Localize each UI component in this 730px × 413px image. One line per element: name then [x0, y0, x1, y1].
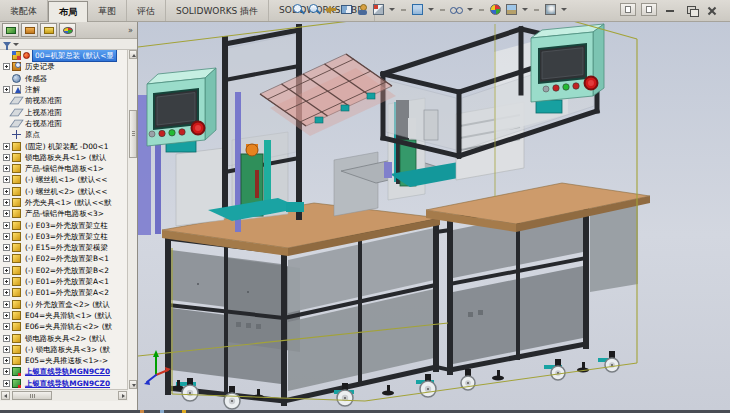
tree-item[interactable]: E04=夹具滑轨<1> (默认 [0, 310, 128, 321]
display-style-dropdown-arrow[interactable] [389, 8, 395, 11]
expand-box-icon[interactable] [3, 244, 10, 251]
displaymanager-tab[interactable] [59, 23, 76, 37]
expand-box-icon[interactable] [3, 86, 10, 93]
tree-item[interactable]: E05=夹具推送板<1>-> [0, 355, 128, 366]
expand-box-icon[interactable] [3, 278, 10, 285]
expand-box-icon[interactable] [3, 233, 10, 240]
prev-doc-button[interactable] [620, 3, 636, 16]
tree-item[interactable]: 锁电路板夹具<1> (默认 [0, 152, 128, 163]
panel-tab-overflow[interactable]: » [128, 23, 135, 37]
filter-dropdown-icon[interactable] [13, 43, 19, 46]
annotation-views-icon[interactable] [356, 3, 369, 16]
tree-item[interactable]: 历史记录 [0, 61, 128, 72]
tree-item[interactable]: 传感器 [0, 73, 128, 84]
next-doc-button[interactable] [641, 3, 657, 16]
scroll-up-arrow[interactable] [129, 50, 137, 59]
expand-box-icon[interactable] [3, 357, 10, 364]
view-orientation-dropdown-arrow[interactable] [428, 8, 434, 11]
tree-item[interactable]: 上银直线导轨MGN9CZ0 [0, 366, 128, 377]
tree-item[interactable]: (-) E02=外壳放置架B<2 [0, 265, 128, 276]
section-view-icon[interactable] [340, 3, 353, 16]
command-tab-sketch[interactable]: 草图 [88, 0, 127, 21]
tree-item[interactable]: 产品-镶铝件电路板<3> [0, 208, 128, 219]
tree-item[interactable]: 外壳夹具<1> (默认<<默 [0, 197, 128, 208]
tree-item[interactable]: (-) 螺丝机<2> (默认<< [0, 186, 128, 197]
scroll-left-arrow[interactable] [1, 391, 10, 400]
left-control-panel[interactable] [147, 68, 216, 152]
previous-view-icon[interactable] [324, 3, 337, 16]
expand-box-icon[interactable] [3, 323, 10, 330]
expand-box-icon[interactable] [3, 176, 10, 183]
tree-item[interactable]: (-) E01=外壳放置架A<2 [0, 287, 128, 298]
apply-scene-icon[interactable] [505, 3, 518, 16]
close-button[interactable] [704, 3, 720, 16]
expand-box-icon[interactable] [3, 255, 10, 262]
view-settings-icon[interactable] [544, 3, 557, 16]
apply-scene-dropdown-arrow[interactable] [522, 8, 528, 11]
expand-box-icon[interactable] [3, 210, 10, 217]
tree-item[interactable]: (-) 螺丝机<1> (默认<< [0, 174, 128, 185]
vertical-scroll-thumb[interactable] [129, 110, 137, 158]
tree-item[interactable]: (固定) 机架装配 -D00<1 [0, 140, 128, 151]
expand-box-icon[interactable] [3, 143, 10, 150]
expand-box-icon[interactable] [3, 222, 10, 229]
command-tab-layout[interactable]: 布局 [48, 1, 88, 22]
tree-item[interactable]: 产品-镶铝件电路板<1> [0, 163, 128, 174]
tree-item[interactable]: 上银直线导轨MGN9CZ0 [0, 378, 128, 389]
expand-box-icon[interactable] [3, 165, 10, 172]
expand-box-icon[interactable] [3, 289, 10, 296]
expand-box-icon[interactable] [3, 368, 10, 375]
zoom-to-fit-icon[interactable] [292, 3, 305, 16]
horizontal-scroll-thumb[interactable] [12, 391, 52, 400]
featuremanager-tab[interactable] [2, 23, 19, 37]
command-tab-evaluate[interactable]: 评估 [127, 0, 166, 21]
tree-item[interactable]: 右视基准面 [0, 118, 128, 129]
tree-filter-row[interactable] [0, 39, 137, 50]
tree-item[interactable]: E06=夹具滑轨右<2> (默 [0, 321, 128, 332]
propertymanager-tab[interactable] [21, 23, 38, 37]
tree-item[interactable]: (-) E03=外壳放置架立柱 [0, 231, 128, 242]
tree-horizontal-scrollbar[interactable] [0, 389, 128, 401]
hide-show-items-dropdown-arrow[interactable] [467, 8, 473, 11]
expand-box-icon[interactable] [3, 154, 10, 161]
scroll-right-arrow[interactable] [118, 391, 127, 400]
tree-item[interactable]: (-) 锁电路板夹具<3> (默 [0, 344, 128, 355]
scroll-down-arrow[interactable] [129, 380, 137, 389]
zoom-to-area-icon[interactable] [308, 3, 321, 16]
tree-item[interactable]: 注解 [0, 84, 128, 95]
display-style-icon[interactable] [372, 3, 385, 16]
tree-item-label: (-) E02=外壳放置架B<1 [23, 253, 111, 264]
hide-show-items-icon[interactable] [450, 3, 463, 16]
tree-item[interactable]: 00=机架总装 (默认<显 [0, 50, 128, 61]
expand-box-icon[interactable] [3, 346, 10, 353]
tree-item[interactable]: 前视基准面 [0, 95, 128, 106]
expand-box-icon[interactable] [3, 188, 10, 195]
configmanager-tab[interactable] [40, 23, 57, 37]
graphics-area[interactable] [138, 22, 730, 410]
assembly-3d-view[interactable] [138, 22, 730, 410]
tree-item[interactable]: (-) E15=外壳放置架横梁 [0, 242, 128, 253]
expand-box-icon[interactable] [3, 312, 10, 319]
expand-box-icon[interactable] [3, 267, 10, 274]
expand-box-icon[interactable] [3, 335, 10, 342]
restore-button[interactable] [683, 3, 699, 16]
tree-item[interactable]: (-) E03=外壳放置架立柱 [0, 219, 128, 230]
edit-appearance-icon[interactable] [489, 3, 502, 16]
view-orientation-icon[interactable] [411, 3, 424, 16]
expand-box-icon[interactable] [3, 199, 10, 206]
tree-item-label: (-) 锁电路板夹具<3> (默 [23, 344, 112, 355]
view-settings-dropdown-arrow[interactable] [561, 8, 567, 11]
command-tab-sw-addins[interactable]: SOLIDWORKS 插件 [166, 0, 269, 21]
minimize-button[interactable] [662, 3, 678, 16]
tree-item[interactable]: (-) E02=外壳放置架B<1 [0, 253, 128, 264]
tree-vertical-scrollbar[interactable] [127, 50, 137, 389]
tree-item[interactable]: 上视基准面 [0, 106, 128, 117]
command-tab-assembly[interactable]: 装配体 [0, 0, 48, 21]
tree-item[interactable]: 原点 [0, 129, 128, 140]
expand-box-icon[interactable] [3, 301, 10, 308]
tree-item[interactable]: 锁电路板夹具<2> (默认 [0, 332, 128, 343]
expand-box-icon[interactable] [3, 380, 10, 387]
tree-item[interactable]: (-) 外壳放置盒<2> (默认 [0, 299, 128, 310]
expand-box-icon[interactable] [3, 63, 10, 70]
tree-item[interactable]: (-) E01=外壳放置架A<1 [0, 276, 128, 287]
